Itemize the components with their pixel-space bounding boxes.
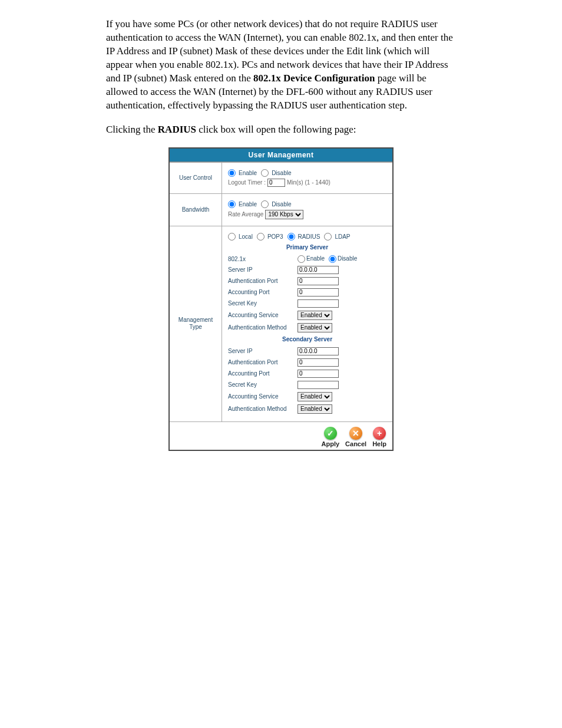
secondary-secret-label: Secret Key (228, 381, 297, 388)
8021x-enable-radio[interactable] (297, 255, 305, 263)
8021x-label: 802.1x (228, 256, 297, 262)
management-type-label: Management Type (170, 226, 222, 421)
primary-serverip-input[interactable] (297, 266, 339, 274)
primary-acctport-label: Accounting Port (228, 289, 297, 295)
primary-authport-input[interactable] (297, 277, 339, 285)
secondary-server-header: Secondary Server (228, 336, 386, 342)
user-control-disable-label: Disable (272, 170, 291, 176)
user-management-panel: User Management User Control Enable Disa… (168, 147, 394, 451)
mgmt-radius-label: RADIUS (298, 233, 320, 240)
bandwidth-disable-radio[interactable] (261, 200, 269, 208)
primary-acctsvc-select[interactable]: Enabled (297, 311, 332, 320)
secondary-acctsvc-label: Accounting Service (228, 393, 297, 400)
rate-average-label: Rate Average (228, 211, 263, 218)
cancel-icon: ✕ (349, 427, 362, 440)
help-label: Help (372, 440, 386, 447)
user-control-label: User Control (170, 163, 222, 193)
user-control-enable-label: Enable (239, 170, 257, 176)
primary-serverip-label: Server IP (228, 266, 297, 273)
secondary-authport-input[interactable] (297, 358, 339, 367)
secondary-authmethod-select[interactable]: Enabled (297, 404, 332, 414)
intro-paragraph-2: Clicking the RADIUS click box will open … (106, 123, 456, 137)
bandwidth-label: Bandwidth (170, 194, 222, 226)
cancel-label: Cancel (345, 440, 366, 447)
cancel-button[interactable]: ✕ Cancel (345, 427, 366, 447)
rate-average-select[interactable]: 190 Kbps (265, 210, 303, 219)
secondary-serverip-input[interactable] (297, 347, 339, 355)
logout-timer-label: Logout Timer : (228, 179, 266, 186)
logout-timer-hint: Min(s) (1 - 1440) (287, 179, 330, 186)
panel-title: User Management (170, 149, 392, 162)
primary-authmethod-label: Authentication Method (228, 324, 297, 331)
help-button[interactable]: + Help (372, 427, 386, 447)
primary-acctport-input[interactable] (297, 288, 339, 297)
mgmt-local-label: Local (239, 233, 253, 240)
mgmt-ldap-label: LDAP (335, 233, 350, 240)
secondary-serverip-label: Server IP (228, 348, 297, 354)
apply-label: Apply (322, 440, 340, 447)
bandwidth-enable-label: Enable (239, 201, 257, 207)
mgmt-pop3-radio[interactable] (257, 233, 265, 241)
primary-secret-label: Secret Key (228, 300, 297, 307)
primary-authport-label: Authentication Port (228, 278, 297, 284)
help-icon: + (373, 427, 386, 440)
mgmt-local-radio[interactable] (228, 233, 236, 241)
primary-secret-input[interactable] (297, 299, 339, 308)
secondary-authport-label: Authentication Port (228, 359, 297, 365)
8021x-disable-label: Disable (338, 255, 357, 262)
secondary-acctport-label: Accounting Port (228, 370, 297, 377)
secondary-acctport-input[interactable] (297, 370, 339, 378)
mgmt-radius-radio[interactable] (287, 233, 295, 241)
primary-authmethod-select[interactable]: Enabled (297, 323, 332, 332)
secondary-authmethod-label: Authentication Method (228, 406, 297, 412)
user-control-disable-radio[interactable] (261, 169, 269, 177)
primary-acctsvc-label: Accounting Service (228, 312, 297, 318)
apply-button[interactable]: ✓ Apply (322, 427, 340, 447)
bandwidth-disable-label: Disable (272, 201, 291, 207)
primary-server-header: Primary Server (228, 244, 386, 251)
bandwidth-enable-radio[interactable] (228, 200, 236, 208)
secondary-secret-input[interactable] (297, 381, 339, 389)
intro-paragraph-1: If you have some PCs (or other network d… (106, 18, 456, 113)
mgmt-pop3-label: POP3 (267, 233, 283, 240)
8021x-enable-label: Enable (306, 255, 325, 262)
mgmt-ldap-radio[interactable] (324, 233, 332, 241)
user-control-enable-radio[interactable] (228, 169, 236, 177)
8021x-disable-radio[interactable] (329, 255, 336, 263)
secondary-acctsvc-select[interactable]: Enabled (297, 392, 332, 401)
logout-timer-input[interactable] (267, 179, 285, 187)
check-icon: ✓ (324, 427, 337, 440)
